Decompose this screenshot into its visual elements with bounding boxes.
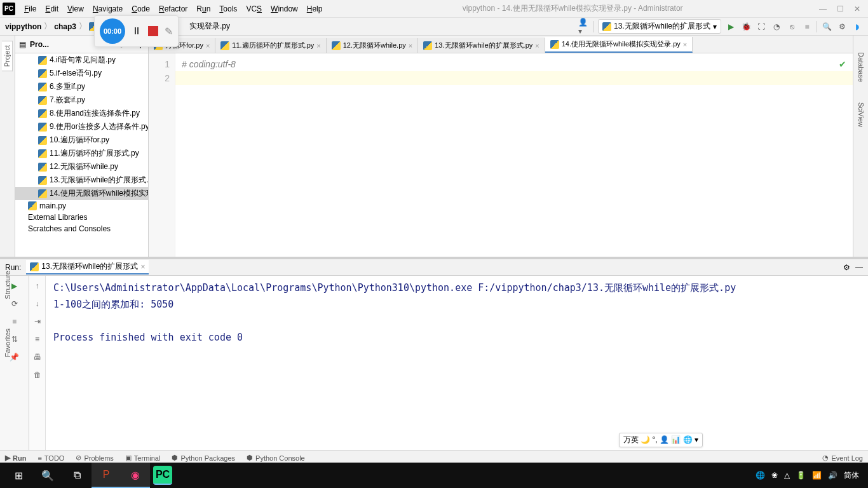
editor-tab[interactable]: 14.使用无限循环while模拟实现登录.py× [545, 37, 693, 53]
search-button[interactable]: 🔍 [33, 463, 62, 488]
task-view-button[interactable]: ⧉ [62, 463, 92, 488]
stop-icon[interactable]: ■ [801, 21, 813, 32]
volume-icon[interactable]: 🔊 [828, 471, 837, 480]
menu-vcs[interactable]: VCS [242, 3, 266, 15]
sciview-tool-tab[interactable]: SciView [856, 98, 866, 131]
ime-toolbar[interactable]: 万英 🌙 °, 👤 📊 🌐 ▾ [619, 433, 703, 447]
run-tab[interactable]: 13.无限循环while的扩展形式 × [26, 260, 149, 274]
console-toolbar: ↑ ↓ ⇥ ≡ 🖶 🗑 [29, 276, 46, 450]
menu-refactor[interactable]: Refactor [155, 3, 191, 15]
event-log-button[interactable]: ◔ Event Log [822, 454, 863, 462]
editor-tab[interactable]: 11.遍历循环的扩展形式.py× [215, 38, 326, 53]
settings-icon[interactable]: ⚙ [836, 21, 848, 32]
tray-icon[interactable]: 🌐 [756, 471, 765, 480]
project-file-item[interactable]: 10.遍历循环for.py [15, 133, 148, 147]
close-icon[interactable]: × [535, 42, 539, 50]
project-file-item[interactable]: 9.使用or连接多人选择条件.py [15, 120, 148, 133]
tray-icon[interactable]: 📶 [812, 471, 822, 480]
menu-help[interactable]: Help [303, 3, 327, 15]
terminal-tool-button[interactable]: ▣ Terminal [125, 454, 161, 462]
right-tool-gutter: Database SciView [853, 36, 868, 257]
menu-navigate[interactable]: Navigate [89, 3, 126, 15]
breadcrumb-folder[interactable]: chap3 [54, 22, 76, 31]
up-icon[interactable]: ↑ [31, 280, 44, 292]
project-file-item[interactable]: 7.嵌套if.py [15, 93, 148, 107]
project-file-item[interactable]: 6.多重if.py [15, 80, 148, 93]
scroll-icon[interactable]: ≡ [31, 333, 44, 346]
run-config-selector[interactable]: 13.无限循环while的扩展形式 ▾ [598, 19, 721, 34]
concurrency-icon[interactable]: ⎋ [786, 21, 797, 32]
debug-icon[interactable]: 🐞 [740, 21, 752, 32]
pycharm-taskbar-icon[interactable]: PC [153, 466, 172, 485]
menu-tools[interactable]: Tools [215, 3, 241, 15]
project-root-item[interactable]: main.py [15, 200, 148, 212]
python-file-icon [38, 123, 47, 132]
menu-window[interactable]: Window [267, 3, 302, 15]
code-area[interactable]: # coding:utf-8 ✔ [175, 53, 853, 257]
start-button[interactable]: ⊞ [4, 463, 33, 488]
structure-tool-tab[interactable]: Structure [3, 267, 13, 303]
problems-tool-button[interactable]: ⊘ Problems [76, 454, 113, 462]
hide-icon[interactable]: — [855, 263, 863, 272]
favorites-tool-tab[interactable]: Favorites [3, 325, 13, 361]
run-icon[interactable]: ▶ [725, 21, 736, 32]
coverage-icon[interactable]: ⛶ [756, 21, 767, 32]
menu-code[interactable]: Code [128, 3, 154, 15]
editor-tab[interactable]: 13.无限循环while的扩展形式.py× [418, 38, 545, 53]
todo-tool-button[interactable]: ≡ TODO [37, 454, 64, 462]
project-root-item[interactable]: Scratches and Consoles [15, 223, 148, 234]
language-indicator[interactable]: 简体 [844, 470, 859, 481]
screen-recorder-overlay[interactable]: 00:00 ⏸ ✎ [94, 15, 179, 47]
project-file-item[interactable]: 5.if-else语句.py [15, 67, 148, 80]
project-file-item[interactable]: 13.无限循环while的扩展形式.py [15, 173, 148, 187]
learn-icon[interactable]: ◗ [851, 21, 863, 32]
settings-icon[interactable]: ⚙ [843, 263, 850, 272]
python-console-tool-button[interactable]: ⬢ Python Console [247, 454, 305, 462]
project-file-item[interactable]: 4.if语句常见问题.py [15, 53, 148, 67]
run-tool-button[interactable]: ▶ Run [5, 454, 26, 462]
app-taskbar-icon[interactable]: ◉ [121, 463, 150, 488]
project-tree[interactable]: 4.if语句常见问题.py5.if-else语句.py6.多重if.py7.嵌套… [15, 53, 148, 257]
editor-content[interactable]: 1 2 # coding:utf-8 ✔ [149, 53, 853, 257]
packages-tool-button[interactable]: ⬢ Python Packages [172, 454, 235, 462]
menu-run[interactable]: Run [193, 3, 214, 15]
soft-wrap-icon[interactable]: ⇥ [31, 315, 44, 328]
powerpoint-taskbar-icon[interactable]: P [92, 463, 121, 488]
tray-icon[interactable]: △ [784, 471, 790, 480]
close-icon[interactable]: × [409, 42, 412, 50]
print-icon[interactable]: 🖶 [31, 351, 44, 363]
project-file-item[interactable]: 14.使用无限循环while模拟实现登 [15, 187, 148, 200]
user-icon[interactable]: 👤▾ [578, 21, 590, 32]
annotate-icon[interactable]: ✎ [165, 25, 173, 37]
database-tool-tab[interactable]: Database [856, 48, 866, 86]
search-icon[interactable]: 🔍 [821, 21, 832, 32]
console-output[interactable]: C:\Users\Administrator\AppData\Local\Pro… [46, 276, 868, 450]
down-icon[interactable]: ↓ [31, 297, 44, 310]
tray-icon[interactable]: 🔋 [796, 471, 806, 480]
menu-view[interactable]: View [64, 3, 88, 15]
menu-file[interactable]: File [20, 3, 40, 15]
editor-tab[interactable]: 12.无限循环while.py× [327, 38, 418, 53]
menu-edit[interactable]: Edit [41, 3, 62, 15]
tray-icon[interactable]: ❀ [771, 471, 778, 480]
project-file-item[interactable]: 12.无限循环while.py [15, 160, 148, 173]
collapse-icon[interactable]: ▤ [19, 40, 26, 49]
breadcrumb-root[interactable]: vippython [5, 22, 41, 31]
project-file-item[interactable]: 8.使用and连接选择条件.py [15, 107, 148, 120]
close-icon[interactable]: × [140, 262, 145, 271]
maximize-icon[interactable]: ☐ [837, 4, 844, 13]
close-icon[interactable]: ✕ [854, 4, 860, 13]
clear-icon[interactable]: 🗑 [31, 369, 44, 381]
project-file-item[interactable]: 11.遍历循环的扩展形式.py [15, 147, 148, 160]
project-tool-tab[interactable]: Project [2, 41, 13, 71]
close-icon[interactable]: × [206, 42, 210, 50]
stop-record-icon[interactable] [148, 26, 158, 36]
pause-icon[interactable]: ⏸ [132, 25, 142, 37]
breadcrumb-file[interactable]: 实现登录.py [189, 21, 230, 32]
profile-icon[interactable]: ◔ [771, 21, 782, 32]
close-icon[interactable]: × [683, 41, 687, 48]
project-root-item[interactable]: External Libraries [15, 212, 148, 223]
close-icon[interactable]: × [316, 42, 320, 50]
minimize-icon[interactable]: — [819, 4, 827, 13]
python-file-icon [220, 41, 229, 50]
